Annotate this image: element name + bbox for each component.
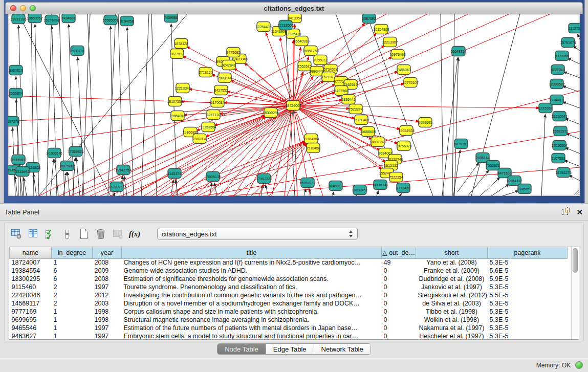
network-node[interactable]: 9194058 [120, 16, 134, 26]
table-row[interactable]: 1938455462009Genome-wide association stu… [10, 267, 568, 275]
network-node[interactable]: 12213967 [382, 37, 398, 47]
table-cell[interactable]: 0 [382, 283, 416, 291]
network-edge[interactable] [180, 141, 306, 196]
table-cell[interactable]: 0 [382, 324, 416, 332]
column-header-year[interactable]: year [93, 247, 122, 258]
network-node[interactable]: 19654945 [169, 111, 185, 121]
table-cell[interactable]: 18300295 [10, 275, 52, 283]
network-edge[interactable] [50, 159, 54, 196]
table-cell[interactable]: Franke et al. (2009) [416, 267, 488, 275]
network-node[interactable]: 2555804 [9, 89, 23, 98]
delete-table-icon[interactable] [95, 228, 106, 239]
close-button[interactable] [10, 5, 16, 11]
network-edge[interactable] [356, 195, 357, 196]
table-cell[interactable]: 14569117 [10, 299, 52, 308]
network-edge[interactable] [563, 72, 580, 78]
network-node[interactable]: 8267130 [206, 110, 220, 120]
network-node[interactable]: 9245097 [329, 181, 342, 191]
table-row[interactable]: 946554611997Estimation of the future num… [10, 324, 568, 332]
table-cell[interactable]: 49 [382, 258, 416, 267]
network-node[interactable]: 16783275 [555, 168, 571, 178]
network-edge[interactable] [568, 58, 580, 64]
network-node[interactable]: 14136141 [372, 180, 388, 190]
table-row[interactable]: 946362711997Embryonic stem cells: a mode… [10, 332, 568, 339]
table-cell[interactable]: Disruption of a novel member of a sodium… [122, 299, 382, 308]
column-header-title[interactable]: title [122, 247, 382, 258]
network-edge[interactable] [269, 144, 308, 196]
network-node[interactable]: 10973493 [389, 50, 405, 59]
table-cell[interactable]: 2 [52, 291, 93, 299]
network-edge[interactable] [151, 14, 157, 196]
network-node[interactable]: 1827512 [170, 49, 184, 59]
table-row[interactable]: 1830029562008Estimation of significance … [10, 275, 568, 283]
network-edge[interactable] [400, 193, 401, 196]
network-edge[interactable] [441, 14, 443, 196]
network-node[interactable]: 10553267 [27, 14, 42, 23]
table-cell[interactable]: 1997 [93, 324, 122, 332]
network-edge[interactable] [68, 172, 70, 196]
network-node[interactable]: 8215958 [538, 103, 552, 113]
network-node[interactable]: 9699695 [418, 118, 432, 127]
network-node[interactable]: 2630139 [70, 46, 84, 56]
table-cell[interactable]: 2012 [93, 291, 122, 299]
network-node[interactable]: 6879197 [454, 139, 468, 149]
network-edge[interactable] [569, 175, 580, 181]
network-node[interactable]: 12254439 [255, 22, 271, 32]
table-row[interactable]: 911546021997Tourette syndrome. Phenomeno… [10, 283, 568, 291]
network-edge[interactable] [377, 190, 378, 196]
table-cell[interactable]: 5.3E-5 [488, 299, 568, 308]
network-edge[interactable] [564, 160, 580, 166]
network-node[interactable]: 12353554 [200, 122, 216, 132]
network-node[interactable]: 9360810 [9, 65, 23, 75]
table-cell[interactable]: 9777169 [10, 308, 52, 316]
network-node[interactable]: 12093582 [549, 79, 564, 89]
table-cell[interactable]: 0 [382, 332, 416, 339]
network-node[interactable]: 2718120 [199, 68, 212, 77]
table-cell[interactable]: 2008 [93, 275, 122, 283]
table-scrollbar[interactable] [571, 247, 579, 339]
table-cell[interactable]: Structural magnetic resonance image aver… [122, 316, 382, 324]
network-node[interactable]: 9170034 [210, 98, 224, 107]
table-cell[interactable]: 1997 [93, 283, 122, 291]
network-node[interactable]: 9315945 [15, 167, 29, 177]
table-cell[interactable]: 5.9E-5 [488, 275, 568, 283]
table-cell[interactable]: Yano et al. (2008) [416, 258, 488, 267]
network-edge[interactable] [541, 114, 545, 196]
network-node[interactable]: 16958167 [299, 178, 315, 188]
network-node[interactable]: 9227349 [551, 65, 564, 75]
table-cell[interactable]: 1997 [93, 332, 122, 339]
network-node[interactable]: 18107554 [167, 97, 183, 106]
table-cell[interactable]: 5.3E-5 [488, 324, 568, 332]
network-edge[interactable] [16, 99, 21, 196]
column-header-in_degree[interactable]: in_degree [52, 247, 93, 258]
network-node[interactable]: 18300295 [263, 108, 278, 118]
network-node[interactable]: 7523274 [349, 104, 362, 114]
network-edge[interactable] [566, 134, 580, 139]
table-cell[interactable]: de Silva et al. (2003) [416, 299, 488, 308]
network-node[interactable]: 15276097 [43, 15, 59, 25]
table-cell[interactable]: 5.5E-5 [488, 291, 568, 299]
network-edge[interactable] [366, 14, 433, 196]
network-canvas[interactable]: 1872400722420046990143327181201221334318… [8, 14, 580, 196]
new-table-icon[interactable] [78, 228, 90, 239]
table-cell[interactable]: 1 [52, 324, 93, 332]
network-edge[interactable] [8, 105, 293, 121]
network-node[interactable]: 3915981 [11, 155, 25, 165]
table-cell[interactable]: 9465546 [10, 324, 52, 332]
network-node[interactable]: 10688609 [360, 127, 376, 137]
network-node[interactable]: 1518458 [306, 143, 320, 153]
network-edge[interactable] [8, 105, 293, 147]
network-node[interactable]: 3475685 [226, 48, 240, 57]
function-builder-icon[interactable]: f(x) [129, 228, 140, 239]
column-header-name[interactable]: name [10, 247, 52, 258]
network-node[interactable]: 20206576 [46, 148, 62, 158]
network-edge[interactable] [578, 34, 580, 39]
network-node[interactable]: 16961758 [302, 46, 318, 56]
network-node[interactable]: 7632621 [486, 161, 499, 170]
table-cell[interactable]: 5.3E-5 [488, 258, 568, 267]
clear-selection-icon[interactable] [61, 228, 73, 239]
network-node[interactable]: 9242848 [222, 60, 235, 70]
table-cell[interactable]: 0 [382, 275, 416, 283]
table-cell[interactable]: 18724007 [10, 258, 52, 267]
table-cell[interactable]: Embryonic stem cells: a model to study s… [122, 332, 382, 339]
